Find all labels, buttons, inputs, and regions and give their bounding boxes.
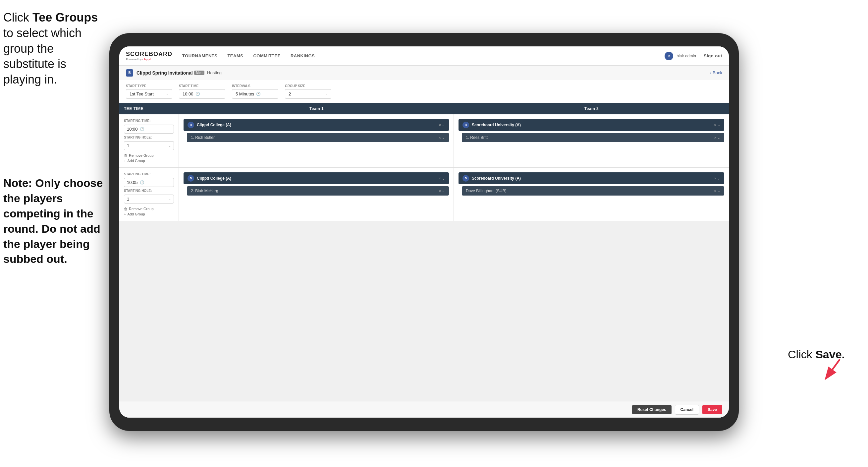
user-name: blair admin: [677, 54, 696, 58]
group-size-input[interactable]: 2 ⌄: [285, 89, 331, 99]
plus-icon-2: +: [124, 212, 126, 216]
player-actions-2-1: × ⌄: [714, 136, 720, 140]
tee-actions-2: 🗑 Remove Group + Add Group: [124, 207, 174, 216]
save-button[interactable]: Save: [702, 405, 722, 414]
logo-scoreboard: SCOREBOARD: [126, 51, 172, 58]
user-avatar: B: [664, 52, 673, 60]
player-name-1-2: 2. Blair McHarg: [191, 188, 436, 193]
team2-name-1: Scoreboard University (A): [472, 123, 712, 127]
starting-time-input-1[interactable]: 10:00 🕐: [124, 125, 174, 134]
starting-hole-input-2[interactable]: 1 ⌄: [124, 195, 174, 204]
player-name-1-1: 1. Rich Butler: [191, 135, 436, 140]
plus-icon-1: +: [124, 159, 126, 163]
start-type-arrow: ⌄: [166, 92, 168, 96]
hosting-label: Hosting: [207, 70, 222, 75]
save-bold: Save.: [815, 348, 845, 360]
tablet-screen: SCOREBOARD Powered by clippd TOURNAMENTS…: [119, 47, 729, 418]
note-text: Note: Only choose the players competing …: [3, 176, 106, 267]
intervals-input[interactable]: 5 Minutes 🕐: [232, 89, 278, 99]
team2-row-1[interactable]: B Scoreboard University (A) × ⌄: [459, 119, 724, 131]
team2-actions-2: × ⌄: [714, 176, 720, 181]
player-row-1-2[interactable]: 2. Blair McHarg × ⌄: [187, 186, 449, 196]
trash-icon-2: 🗑: [124, 207, 128, 211]
team1-cell-2: B Clippd College (A) × ⌄ 2. Blair McHarg…: [179, 168, 454, 221]
start-type-label: Start Type: [126, 84, 172, 88]
gender-badge: Men: [194, 70, 205, 75]
nav-user: B blair admin | Sign out: [664, 52, 722, 60]
settings-row: Start Type 1st Tee Start ⌄ Start Time 10…: [119, 80, 729, 103]
start-type-group: Start Type 1st Tee Start ⌄: [126, 84, 172, 99]
svg-line-3: [827, 359, 840, 378]
nav-committee[interactable]: COMMITTEE: [253, 52, 281, 60]
time-icon-1: 🕐: [140, 127, 145, 131]
remove-group-btn-2[interactable]: 🗑 Remove Group: [124, 207, 174, 211]
start-time-group: Start Time 10:00 🕐: [179, 84, 225, 99]
starting-hole-input-1[interactable]: 1 ⌄: [124, 141, 174, 150]
tablet-device: SCOREBOARD Powered by clippd TOURNAMENTS…: [109, 33, 739, 431]
clock-icon: 🕐: [195, 92, 200, 96]
logo-area: SCOREBOARD Powered by clippd: [126, 51, 172, 61]
logo-powered: Powered by clippd: [126, 58, 172, 61]
start-type-input[interactable]: 1st Tee Start ⌄: [126, 89, 172, 99]
player-row-1-1[interactable]: 1. Rich Butler × ⌄: [187, 133, 449, 142]
team1-icon-2: B: [187, 175, 194, 182]
team2-row-2[interactable]: B Scoreboard University (A) × ⌄: [459, 172, 724, 184]
group-size-label: Group Size: [285, 84, 331, 88]
starting-time-input-2[interactable]: 10:05 🕐: [124, 178, 174, 187]
tournament-title: Clippd Spring Invitational: [136, 70, 193, 76]
starting-hole-label-1: STARTING HOLE:: [124, 136, 174, 139]
instruction-text: Click Tee Groups to select which group t…: [3, 10, 106, 88]
start-time-label: Start Time: [179, 84, 225, 88]
team2-cell-1: B Scoreboard University (A) × ⌄ 1. Rees …: [454, 114, 729, 167]
footer-bar: Reset Changes Cancel Save: [119, 401, 729, 418]
sub-header: B Clippd Spring Invitational Men Hosting…: [119, 66, 729, 80]
team2-actions-1: × ⌄: [714, 123, 720, 127]
navbar: SCOREBOARD Powered by clippd TOURNAMENTS…: [119, 47, 729, 66]
player-row-2-2[interactable]: Dave Billingham (SUB) × ⌄: [462, 186, 724, 196]
nav-links: TOURNAMENTS TEAMS COMMITTEE RANKINGS: [182, 52, 664, 60]
player-name-2-1: 1. Rees Britt: [466, 135, 712, 140]
hole-arrow-2: ⌄: [168, 197, 171, 201]
remove-group-btn-1[interactable]: 🗑 Remove Group: [124, 153, 174, 157]
th-team1: Team 1: [179, 103, 454, 114]
team1-actions-2: × ⌄: [439, 176, 445, 181]
th-tee-time: Tee Time: [119, 103, 179, 114]
team1-name-2: Clippd College (A): [197, 176, 436, 181]
player-row-2-1[interactable]: 1. Rees Britt × ⌄: [462, 133, 724, 142]
note-bold-prefix: Note: Only choose the players competing …: [3, 177, 103, 265]
start-time-input[interactable]: 10:00 🕐: [179, 89, 225, 99]
team2-cell-2: B Scoreboard University (A) × ⌄ Dave Bil…: [454, 168, 729, 221]
group-1: STARTING TIME: 10:00 🕐 STARTING HOLE: 1 …: [119, 114, 729, 168]
nav-teams[interactable]: TEAMS: [227, 52, 243, 60]
team2-name-2: Scoreboard University (A): [472, 176, 712, 181]
team1-cell-1: B Clippd College (A) × ⌄ 1. Rich Butler …: [179, 114, 454, 167]
team1-icon-1: B: [187, 122, 194, 128]
starting-hole-label-2: STARTING HOLE:: [124, 189, 174, 193]
nav-rankings[interactable]: RANKINGS: [290, 52, 315, 60]
group-2: STARTING TIME: 10:05 🕐 STARTING HOLE: 1 …: [119, 168, 729, 221]
intervals-label: Intervals: [232, 84, 278, 88]
team1-name-1: Clippd College (A): [197, 123, 436, 127]
player-actions-1-1: × ⌄: [439, 136, 445, 140]
tee-actions-1: 🗑 Remove Group + Add Group: [124, 153, 174, 163]
add-group-btn-1[interactable]: + Add Group: [124, 159, 174, 163]
tee-groups-bold: Tee Groups: [32, 10, 98, 24]
team2-icon-1: B: [463, 122, 469, 128]
table-header: Tee Time Team 1 Team 2: [119, 103, 729, 114]
click-save-annotation: Click Save.: [788, 348, 845, 361]
cancel-button[interactable]: Cancel: [675, 405, 699, 415]
team1-row-2[interactable]: B Clippd College (A) × ⌄: [184, 172, 449, 184]
sub-header-logo: B: [126, 69, 133, 77]
intervals-clock-icon: 🕐: [256, 92, 261, 96]
sign-out-link[interactable]: Sign out: [704, 52, 722, 60]
th-team2: Team 2: [454, 103, 729, 114]
back-button[interactable]: ‹ Back: [710, 70, 722, 75]
player-name-2-2: Dave Billingham (SUB): [466, 188, 712, 193]
add-group-btn-2[interactable]: + Add Group: [124, 212, 174, 216]
starting-time-label-1: STARTING TIME:: [124, 119, 174, 123]
group-size-group: Group Size 2 ⌄: [285, 84, 331, 99]
reset-changes-button[interactable]: Reset Changes: [632, 405, 672, 414]
nav-tournaments[interactable]: TOURNAMENTS: [182, 52, 217, 60]
team1-row-1[interactable]: B Clippd College (A) × ⌄: [184, 119, 449, 131]
trash-icon-1: 🗑: [124, 153, 128, 157]
